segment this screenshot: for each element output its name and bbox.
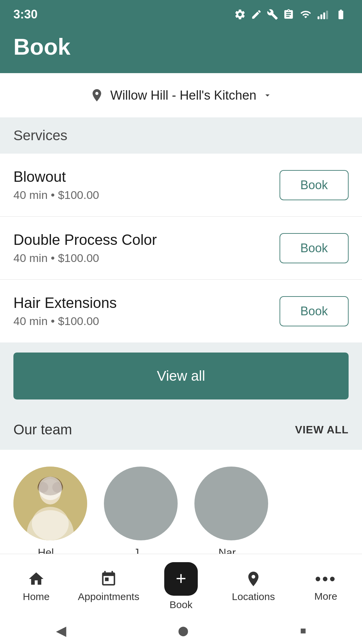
team-member-2[interactable]: J... xyxy=(104,467,178,559)
book-button-blowout[interactable]: Book xyxy=(280,170,349,200)
services-title: Services xyxy=(13,127,67,143)
location-pin-icon xyxy=(89,88,104,103)
wifi-icon xyxy=(299,9,312,20)
nav-label-appointments: Appointments xyxy=(78,591,139,602)
service-item-double-process: Double Process Color 40 min • $100.00 Bo… xyxy=(0,217,362,280)
svg-point-8 xyxy=(38,482,48,493)
nav-label-home: Home xyxy=(23,591,50,602)
nav-item-appointments[interactable]: Appointments xyxy=(72,570,145,602)
svg-rect-2 xyxy=(323,12,325,19)
member-photo-1 xyxy=(13,467,87,540)
page-title: Book xyxy=(13,34,349,60)
home-icon xyxy=(27,570,45,588)
nav-label-book: Book xyxy=(170,599,192,610)
edit-icon xyxy=(251,9,262,20)
home-button[interactable]: ⬤ xyxy=(178,625,188,636)
member-avatar-1 xyxy=(13,467,87,540)
gear-icon xyxy=(234,8,246,20)
svg-point-7 xyxy=(38,477,62,495)
status-bar: 3:30 xyxy=(0,0,362,27)
nav-label-more: More xyxy=(314,591,337,602)
view-all-button[interactable]: View all xyxy=(13,353,349,399)
bottom-nav: Home Appointments Book Locations ••• Mor… xyxy=(0,554,362,617)
clipboard-icon xyxy=(283,9,294,20)
member-avatar-3 xyxy=(194,467,268,540)
system-nav-bar: ◀ ⬤ ■ xyxy=(0,617,362,644)
back-button[interactable]: ◀ xyxy=(56,623,66,638)
service-meta-blowout: 40 min • $100.00 xyxy=(13,189,99,202)
service-name-double-process: Double Process Color xyxy=(13,231,157,248)
svg-rect-3 xyxy=(326,11,328,19)
member-avatar-2 xyxy=(104,467,178,540)
services-section-header: Services xyxy=(0,117,362,154)
chevron-down-icon xyxy=(262,90,273,100)
location-text: Willow Hill - Hell's Kitchen xyxy=(110,88,256,103)
svg-point-9 xyxy=(52,482,63,493)
recents-button[interactable]: ■ xyxy=(300,625,306,636)
view-all-section: View all xyxy=(0,342,362,410)
location-selector[interactable]: Willow Hill - Hell's Kitchen xyxy=(0,73,362,117)
team-title: Our team xyxy=(13,422,72,438)
locations-icon xyxy=(245,570,262,588)
svg-point-6 xyxy=(32,507,69,540)
team-members-list: Hel... J... Nar... xyxy=(0,450,362,569)
nav-label-locations: Locations xyxy=(232,591,275,602)
service-item-blowout: Blowout 40 min • $100.00 Book xyxy=(0,154,362,217)
svg-rect-0 xyxy=(317,16,319,19)
service-name-hair-extensions: Hair Extensions xyxy=(13,294,117,311)
book-button-hair-extensions[interactable]: Book xyxy=(280,296,349,326)
page-header: Book xyxy=(0,27,362,73)
nav-item-locations[interactable]: Locations xyxy=(217,570,290,602)
signal-icon xyxy=(317,9,328,20)
book-button-double-process[interactable]: Book xyxy=(280,233,349,263)
service-item-hair-extensions: Hair Extensions 40 min • $100.00 Book xyxy=(0,280,362,342)
team-view-all-button[interactable]: VIEW ALL xyxy=(295,424,349,436)
book-nav-icon xyxy=(164,562,198,596)
svg-point-5 xyxy=(40,479,61,504)
status-time: 3:30 xyxy=(13,7,38,21)
team-member-1[interactable]: Hel... xyxy=(13,467,87,559)
svg-rect-1 xyxy=(320,14,322,19)
service-meta-hair-extensions: 40 min • $100.00 xyxy=(13,315,117,328)
nav-item-more[interactable]: ••• More xyxy=(290,571,362,602)
more-icon: ••• xyxy=(315,571,337,587)
status-icons xyxy=(234,8,349,20)
team-section-header: Our team VIEW ALL xyxy=(0,410,362,450)
battery-icon xyxy=(333,9,349,20)
wrench-icon xyxy=(267,9,278,20)
nav-item-book[interactable]: Book xyxy=(145,562,217,610)
nav-item-home[interactable]: Home xyxy=(0,570,72,602)
services-list: Blowout 40 min • $100.00 Book Double Pro… xyxy=(0,154,362,342)
service-name-blowout: Blowout xyxy=(13,168,99,185)
appointments-icon xyxy=(100,570,117,588)
service-meta-double-process: 40 min • $100.00 xyxy=(13,252,157,265)
team-member-3[interactable]: Nar... xyxy=(194,467,268,559)
